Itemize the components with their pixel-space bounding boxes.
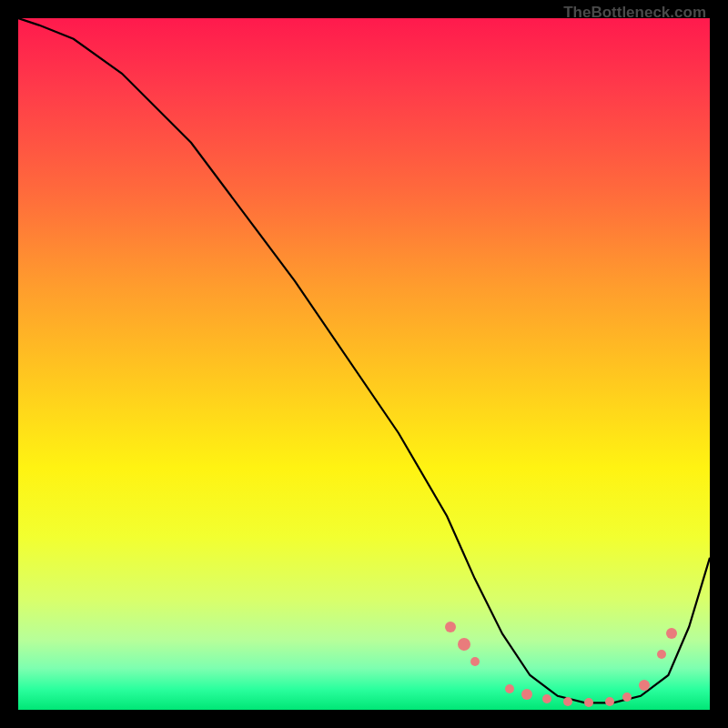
curve-marker	[470, 657, 480, 666]
plot-area	[18, 18, 710, 710]
curve-marker	[639, 680, 650, 691]
curve-marker	[622, 693, 632, 702]
curve-marker	[542, 694, 551, 703]
curve-marker	[584, 698, 593, 707]
curve-marker	[657, 650, 666, 659]
bottleneck-curve	[18, 18, 710, 710]
attribution-text: TheBottleneck.com	[563, 4, 706, 22]
curve-marker	[445, 622, 456, 632]
curve-marker	[666, 628, 677, 639]
curve-marker	[458, 638, 470, 651]
chart-container: TheBottleneck.com	[0, 0, 728, 728]
curve-marker	[505, 684, 514, 693]
curve-marker	[605, 697, 614, 706]
curve-marker	[563, 697, 572, 706]
curve-marker	[521, 689, 532, 700]
